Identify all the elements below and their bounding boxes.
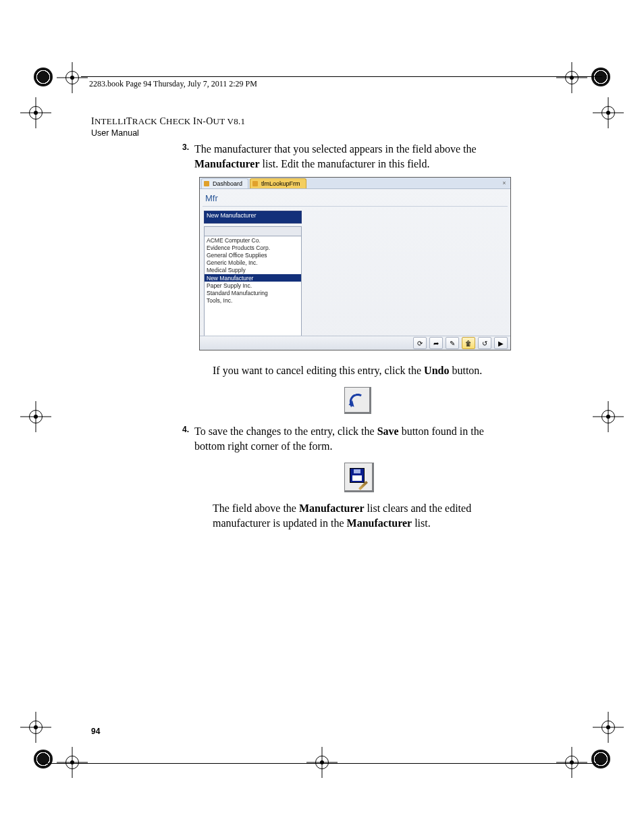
- doc-subtitle: User Manual: [91, 128, 245, 138]
- embedded-screenshot: Dashboard tlmLookupFrm × Mfr New Manufac…: [199, 177, 511, 350]
- form-divider: [203, 206, 508, 207]
- manufacturer-edit-field[interactable]: New Manufacturer: [204, 211, 302, 224]
- save-icon: [344, 463, 374, 492]
- step-4-text-a: To save the changes to the entry, click …: [194, 425, 377, 437]
- list-item[interactable]: General Office Supplies: [205, 251, 301, 259]
- manufacturer-list[interactable]: ACME Computer Co. Evidence Products Corp…: [204, 236, 302, 345]
- reg-mark-bl-cross: [61, 751, 84, 774]
- reg-mark-bl2-cross: [24, 716, 47, 739]
- final-t3: list.: [412, 517, 431, 529]
- undo-para-text-b: button.: [449, 365, 482, 376]
- step-3-text-a: The manufacturer that you selected appea…: [194, 143, 477, 155]
- toolbar-next-button[interactable]: ▶: [494, 337, 508, 349]
- list-item[interactable]: Medical Supply: [205, 267, 301, 274]
- running-header: 2283.book Page 94 Thursday, July 7, 2011…: [89, 79, 257, 89]
- reg-mark-tr-cross: [560, 66, 583, 89]
- form-toolbar: ⟳ ➦ ✎ 🗑 ↺ ▶: [200, 336, 510, 350]
- reg-mark-tl-dot: [34, 68, 53, 86]
- reg-mark-r-cross: [597, 101, 620, 124]
- step-number: 3.: [182, 142, 189, 153]
- toolbar-button-2[interactable]: ➦: [429, 337, 443, 349]
- undo-icon: [344, 387, 371, 414]
- reg-mark-mr-cross: [597, 405, 620, 428]
- step-number: 4.: [182, 424, 189, 435]
- step-4: 4. To save the changes to the entry, cli…: [194, 424, 516, 453]
- list-header-cell[interactable]: [204, 226, 302, 236]
- reg-mark-br-dot: [591, 750, 610, 768]
- doc-header: IIntelliTrack Check In-Out v8.1NTELLITRA…: [91, 116, 245, 138]
- header-rule: [81, 76, 602, 77]
- tab-dashboard-label: Dashboard: [213, 180, 242, 187]
- step-3-text-b: list. Edit the manufacturer in this fiel…: [260, 158, 430, 170]
- tab-lookup-label: tlmLookupFrm: [261, 180, 300, 187]
- toolbar-delete-button[interactable]: 🗑: [462, 337, 475, 349]
- toolbar-button-3[interactable]: ✎: [446, 337, 459, 349]
- undo-para-bold: Undo: [424, 365, 449, 376]
- final-b1: Manufacturer: [299, 502, 365, 514]
- reg-mark-bc-cross: [311, 751, 333, 774]
- tab-lookup-form[interactable]: tlmLookupFrm: [250, 178, 306, 188]
- step-4-bold: Save: [377, 425, 399, 437]
- reg-mark-tr-dot: [591, 68, 610, 86]
- doc-title: IIntelliTrack Check In-Out v8.1NTELLITRA…: [91, 116, 245, 127]
- tab-dashboard-icon: [204, 181, 209, 186]
- reg-mark-bl-dot: [34, 750, 53, 768]
- tab-dashboard[interactable]: Dashboard: [201, 178, 248, 188]
- final-paragraph: The field above the Manufacturer list cl…: [213, 501, 516, 530]
- list-item-selected[interactable]: New Manufacturer: [205, 274, 301, 282]
- list-item[interactable]: ACME Computer Co.: [205, 236, 301, 244]
- reg-mark-tl-cross: [61, 66, 84, 89]
- list-item[interactable]: Generic Mobile, Inc.: [205, 259, 301, 267]
- list-item[interactable]: Standard Manufacturing: [205, 289, 301, 296]
- reg-mark-br2-cross: [597, 716, 620, 739]
- step-3-bold: Manufacturer: [194, 158, 260, 170]
- final-b2: Manufacturer: [347, 517, 412, 529]
- list-item[interactable]: Tools, Inc.: [205, 297, 301, 305]
- page-number: 94: [91, 727, 100, 736]
- undo-para-text-a: If you want to cancel editing this entry…: [213, 365, 424, 376]
- tab-close-button[interactable]: ×: [501, 180, 508, 186]
- step-3: 3. The manufacturer that you selected ap…: [194, 142, 516, 171]
- reg-mark-br-cross: [560, 751, 583, 774]
- reg-mark-l-cross: [24, 101, 47, 124]
- final-t1: The field above the: [213, 502, 299, 514]
- tab-bar: Dashboard tlmLookupFrm ×: [200, 178, 510, 189]
- toolbar-button-1[interactable]: ⟳: [413, 337, 427, 349]
- undo-paragraph: If you want to cancel editing this entry…: [213, 363, 516, 378]
- footer-rule: [42, 763, 602, 764]
- tab-lookup-icon: [252, 181, 258, 186]
- list-item[interactable]: Paper Supply Inc.: [205, 282, 301, 289]
- form-heading: Mfr: [200, 189, 510, 205]
- reg-mark-ml-cross: [24, 405, 47, 428]
- toolbar-undo-button[interactable]: ↺: [478, 337, 491, 349]
- list-item[interactable]: Evidence Products Corp.: [205, 244, 301, 251]
